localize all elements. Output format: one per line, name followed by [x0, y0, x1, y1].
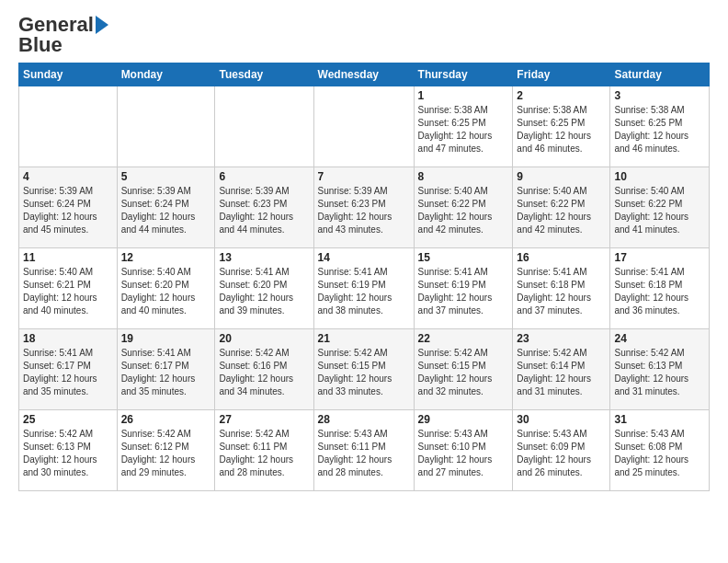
calendar-cell: 23Sunrise: 5:42 AM Sunset: 6:14 PM Dayli…: [513, 329, 610, 410]
day-number: 24: [614, 332, 705, 345]
calendar-cell: 30Sunrise: 5:43 AM Sunset: 6:09 PM Dayli…: [513, 410, 610, 491]
day-number: 18: [23, 332, 113, 345]
calendar-cell: 5Sunrise: 5:39 AM Sunset: 6:24 PM Daylig…: [117, 167, 215, 248]
day-number: 27: [219, 413, 309, 426]
day-info: Sunrise: 5:42 AM Sunset: 6:13 PM Dayligh…: [614, 347, 705, 398]
day-info: Sunrise: 5:40 AM Sunset: 6:22 PM Dayligh…: [614, 185, 705, 236]
calendar-cell: 31Sunrise: 5:43 AM Sunset: 6:08 PM Dayli…: [610, 410, 710, 491]
day-number: 15: [418, 251, 509, 264]
calendar-cell: 29Sunrise: 5:43 AM Sunset: 6:10 PM Dayli…: [414, 410, 513, 491]
day-number: 11: [23, 251, 113, 264]
calendar-cell: 22Sunrise: 5:42 AM Sunset: 6:15 PM Dayli…: [414, 329, 513, 410]
day-number: 2: [517, 89, 606, 102]
calendar-cell: 18Sunrise: 5:41 AM Sunset: 6:17 PM Dayli…: [19, 329, 118, 410]
calendar-cell: 17Sunrise: 5:41 AM Sunset: 6:18 PM Dayli…: [610, 248, 710, 329]
day-number: 30: [517, 413, 606, 426]
day-number: 5: [121, 170, 211, 183]
day-info: Sunrise: 5:38 AM Sunset: 6:25 PM Dayligh…: [614, 104, 705, 155]
calendar-cell: 4Sunrise: 5:39 AM Sunset: 6:24 PM Daylig…: [19, 167, 118, 248]
day-number: 7: [318, 170, 410, 183]
day-number: 29: [418, 413, 509, 426]
calendar-body: 1Sunrise: 5:38 AM Sunset: 6:25 PM Daylig…: [19, 86, 710, 491]
logo-arrow-icon: [96, 16, 108, 34]
calendar-cell: [117, 86, 215, 167]
day-info: Sunrise: 5:42 AM Sunset: 6:16 PM Dayligh…: [219, 347, 309, 398]
calendar-cell: 21Sunrise: 5:42 AM Sunset: 6:15 PM Dayli…: [313, 329, 414, 410]
calendar-cell: [19, 86, 118, 167]
calendar-cell: 19Sunrise: 5:41 AM Sunset: 6:17 PM Dayli…: [117, 329, 215, 410]
day-info: Sunrise: 5:41 AM Sunset: 6:19 PM Dayligh…: [418, 266, 509, 317]
day-info: Sunrise: 5:42 AM Sunset: 6:13 PM Dayligh…: [23, 428, 113, 479]
calendar-cell: 28Sunrise: 5:43 AM Sunset: 6:11 PM Dayli…: [313, 410, 414, 491]
day-number: 4: [23, 170, 113, 183]
day-info: Sunrise: 5:42 AM Sunset: 6:15 PM Dayligh…: [318, 347, 410, 398]
calendar-cell: 13Sunrise: 5:41 AM Sunset: 6:20 PM Dayli…: [215, 248, 313, 329]
day-info: Sunrise: 5:40 AM Sunset: 6:22 PM Dayligh…: [418, 185, 509, 236]
calendar-week-5: 25Sunrise: 5:42 AM Sunset: 6:13 PM Dayli…: [19, 410, 710, 491]
calendar-week-3: 11Sunrise: 5:40 AM Sunset: 6:21 PM Dayli…: [19, 248, 710, 329]
logo-text-blue: Blue: [18, 35, 63, 55]
calendar-cell: 25Sunrise: 5:42 AM Sunset: 6:13 PM Dayli…: [19, 410, 118, 491]
day-number: 17: [614, 251, 705, 264]
calendar-cell: 12Sunrise: 5:40 AM Sunset: 6:20 PM Dayli…: [117, 248, 215, 329]
day-number: 16: [517, 251, 606, 264]
calendar-cell: 20Sunrise: 5:42 AM Sunset: 6:16 PM Dayli…: [215, 329, 313, 410]
day-number: 26: [121, 413, 211, 426]
day-number: 31: [614, 413, 705, 426]
calendar-week-4: 18Sunrise: 5:41 AM Sunset: 6:17 PM Dayli…: [19, 329, 710, 410]
day-number: 25: [23, 413, 113, 426]
day-info: Sunrise: 5:39 AM Sunset: 6:24 PM Dayligh…: [23, 185, 113, 236]
day-info: Sunrise: 5:41 AM Sunset: 6:18 PM Dayligh…: [614, 266, 705, 317]
day-info: Sunrise: 5:41 AM Sunset: 6:17 PM Dayligh…: [23, 347, 113, 398]
day-info: Sunrise: 5:42 AM Sunset: 6:12 PM Dayligh…: [121, 428, 211, 479]
dow-header-tuesday: Tuesday: [215, 63, 313, 86]
day-number: 6: [219, 170, 309, 183]
day-info: Sunrise: 5:40 AM Sunset: 6:20 PM Dayligh…: [121, 266, 211, 317]
calendar-table: SundayMondayTuesdayWednesdayThursdayFrid…: [18, 63, 710, 491]
calendar-cell: 11Sunrise: 5:40 AM Sunset: 6:21 PM Dayli…: [19, 248, 118, 329]
day-number: 20: [219, 332, 309, 345]
day-number: 13: [219, 251, 309, 264]
day-info: Sunrise: 5:41 AM Sunset: 6:17 PM Dayligh…: [121, 347, 211, 398]
dow-header-thursday: Thursday: [414, 63, 513, 86]
day-number: 14: [318, 251, 410, 264]
dow-header-monday: Monday: [117, 63, 215, 86]
calendar-cell: 2Sunrise: 5:38 AM Sunset: 6:25 PM Daylig…: [513, 86, 610, 167]
dow-header-wednesday: Wednesday: [313, 63, 414, 86]
day-info: Sunrise: 5:42 AM Sunset: 6:11 PM Dayligh…: [219, 428, 309, 479]
calendar-cell: 24Sunrise: 5:42 AM Sunset: 6:13 PM Dayli…: [610, 329, 710, 410]
logo-text-general: General: [18, 15, 94, 35]
logo: General Blue: [18, 15, 108, 55]
calendar-cell: 15Sunrise: 5:41 AM Sunset: 6:19 PM Dayli…: [414, 248, 513, 329]
calendar-cell: 9Sunrise: 5:40 AM Sunset: 6:22 PM Daylig…: [513, 167, 610, 248]
day-number: 10: [614, 170, 705, 183]
dow-header-saturday: Saturday: [610, 63, 710, 86]
day-info: Sunrise: 5:42 AM Sunset: 6:14 PM Dayligh…: [517, 347, 606, 398]
calendar-cell: 8Sunrise: 5:40 AM Sunset: 6:22 PM Daylig…: [414, 167, 513, 248]
calendar-cell: 1Sunrise: 5:38 AM Sunset: 6:25 PM Daylig…: [414, 86, 513, 167]
calendar-cell: 16Sunrise: 5:41 AM Sunset: 6:18 PM Dayli…: [513, 248, 610, 329]
calendar-cell: 7Sunrise: 5:39 AM Sunset: 6:23 PM Daylig…: [313, 167, 414, 248]
calendar-week-1: 1Sunrise: 5:38 AM Sunset: 6:25 PM Daylig…: [19, 86, 710, 167]
day-info: Sunrise: 5:43 AM Sunset: 6:08 PM Dayligh…: [614, 428, 705, 479]
day-number: 23: [517, 332, 606, 345]
day-info: Sunrise: 5:40 AM Sunset: 6:22 PM Dayligh…: [517, 185, 606, 236]
day-number: 28: [318, 413, 410, 426]
day-info: Sunrise: 5:39 AM Sunset: 6:23 PM Dayligh…: [318, 185, 410, 236]
day-info: Sunrise: 5:41 AM Sunset: 6:19 PM Dayligh…: [318, 266, 410, 317]
calendar-cell: 26Sunrise: 5:42 AM Sunset: 6:12 PM Dayli…: [117, 410, 215, 491]
calendar-cell: 27Sunrise: 5:42 AM Sunset: 6:11 PM Dayli…: [215, 410, 313, 491]
calendar-cell: 10Sunrise: 5:40 AM Sunset: 6:22 PM Dayli…: [610, 167, 710, 248]
day-info: Sunrise: 5:39 AM Sunset: 6:23 PM Dayligh…: [219, 185, 309, 236]
calendar-cell: 6Sunrise: 5:39 AM Sunset: 6:23 PM Daylig…: [215, 167, 313, 248]
calendar-cell: 3Sunrise: 5:38 AM Sunset: 6:25 PM Daylig…: [610, 86, 710, 167]
day-number: 1: [418, 89, 509, 102]
day-info: Sunrise: 5:41 AM Sunset: 6:18 PM Dayligh…: [517, 266, 606, 317]
day-number: 12: [121, 251, 211, 264]
day-number: 3: [614, 89, 705, 102]
day-number: 8: [418, 170, 509, 183]
day-info: Sunrise: 5:38 AM Sunset: 6:25 PM Dayligh…: [418, 104, 509, 155]
page-header: General Blue: [18, 15, 710, 55]
day-info: Sunrise: 5:38 AM Sunset: 6:25 PM Dayligh…: [517, 104, 606, 155]
day-info: Sunrise: 5:40 AM Sunset: 6:21 PM Dayligh…: [23, 266, 113, 317]
